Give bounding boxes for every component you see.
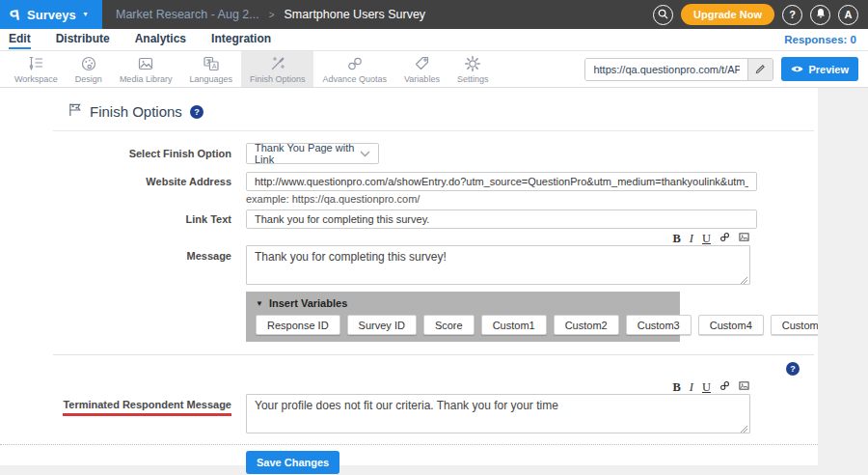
link-text-row: Link Text bbox=[0, 210, 818, 229]
finish-option-label: Select Finish Option bbox=[0, 148, 231, 159]
insert-variables-panel: ▼ Insert Variables Response ID Survey ID… bbox=[246, 292, 680, 342]
responses-count: Responses: 0 bbox=[784, 34, 868, 45]
breadcrumb-folder[interactable]: Market Research - Aug 2... bbox=[116, 8, 259, 21]
search-button[interactable] bbox=[653, 5, 673, 25]
finish-options-icon bbox=[268, 55, 287, 73]
upgrade-now-button[interactable]: Upgrade Now bbox=[681, 4, 774, 25]
preview-button[interactable]: Preview bbox=[781, 57, 858, 81]
message-rte-toolbar: B I U bbox=[246, 231, 750, 244]
finish-option-row: Select Finish Option Thank You Page with… bbox=[0, 143, 818, 164]
terminated-help-row: ? bbox=[0, 355, 818, 379]
breadcrumb-separator-icon: > bbox=[269, 10, 275, 20]
finish-flag-icon bbox=[68, 102, 82, 121]
variable-button-custom1[interactable]: Custom1 bbox=[481, 315, 547, 335]
save-changes-button[interactable]: Save Changes bbox=[246, 451, 339, 474]
finish-option-select[interactable]: Thank You Page with Link bbox=[246, 143, 379, 164]
svg-text:A: A bbox=[211, 63, 216, 70]
message-textarea[interactable]: Thank you for completing this survey! bbox=[246, 245, 750, 285]
subnav-tabs: Edit Distribute Analytics Integration bbox=[0, 31, 271, 49]
toolbar-item-settings[interactable]: Settings bbox=[448, 51, 498, 87]
toolbar-item-variables[interactable]: Variables bbox=[395, 51, 448, 87]
eye-icon bbox=[791, 64, 803, 75]
message-label: Message bbox=[0, 245, 231, 262]
terminated-message-textarea[interactable]: Your profile does not fit our criteria. … bbox=[246, 394, 750, 433]
image-icon bbox=[739, 232, 749, 245]
page-title-row: Finish Options ? bbox=[0, 88, 818, 130]
edit-link-button[interactable] bbox=[747, 59, 773, 80]
finish-options-help-icon[interactable]: ? bbox=[190, 105, 203, 119]
breadcrumb: Market Research - Aug 2... > Smartphone … bbox=[116, 8, 425, 21]
website-address-input[interactable] bbox=[246, 172, 757, 191]
underline-button[interactable]: U bbox=[701, 381, 712, 394]
avatar[interactable]: A bbox=[838, 5, 858, 25]
link-icon bbox=[719, 232, 730, 245]
pencil-icon bbox=[755, 61, 766, 78]
variable-button-survey-id[interactable]: Survey ID bbox=[347, 315, 417, 335]
notifications-button[interactable] bbox=[810, 5, 830, 25]
survey-link-input[interactable] bbox=[585, 59, 747, 80]
chevron-down-icon: ▾ bbox=[84, 11, 88, 18]
variable-button-custom2[interactable]: Custom2 bbox=[554, 315, 619, 335]
collapse-caret-icon: ▼ bbox=[256, 299, 263, 308]
link-icon bbox=[719, 380, 730, 394]
bold-button[interactable]: B bbox=[671, 233, 681, 245]
italic-button[interactable]: I bbox=[689, 233, 694, 245]
message-row: Message Thank you for completing this su… bbox=[0, 245, 818, 289]
link-button[interactable] bbox=[719, 232, 731, 245]
toolbar-item-workspace[interactable]: Workspace bbox=[6, 51, 67, 87]
variable-button-custom3[interactable]: Custom3 bbox=[626, 315, 692, 335]
insert-variables-buttons: Response ID Survey ID Score Custom1 Cust… bbox=[256, 315, 670, 335]
tab-distribute[interactable]: Distribute bbox=[56, 31, 110, 49]
settings-icon bbox=[463, 55, 482, 73]
main-content: Finish Options ? Select Finish Option Th… bbox=[0, 88, 868, 475]
page-title: Finish Options bbox=[90, 103, 182, 120]
bell-icon bbox=[815, 8, 827, 21]
survey-link-group bbox=[584, 58, 773, 81]
advance-quotas-icon bbox=[345, 55, 365, 73]
variable-button-score[interactable]: Score bbox=[423, 315, 475, 335]
terminated-help-icon[interactable]: ? bbox=[786, 362, 800, 376]
media-library-icon bbox=[136, 55, 155, 73]
chevron-down-icon bbox=[360, 148, 370, 159]
website-address-label: Website Address bbox=[0, 176, 231, 187]
variable-button-response-id[interactable]: Response ID bbox=[256, 315, 340, 335]
toolbar-item-languages[interactable]: A Languages bbox=[180, 51, 241, 87]
workspace-icon bbox=[26, 55, 45, 73]
finish-options-panel: Finish Options ? Select Finish Option Th… bbox=[0, 88, 818, 465]
variable-button-custom4[interactable]: Custom4 bbox=[698, 315, 764, 335]
terminated-message-row: Terminated Respondent Message Your profi… bbox=[0, 394, 818, 437]
finish-options-form: Select Finish Option Thank You Page with… bbox=[0, 131, 818, 474]
terminated-rte-toolbar: B I U bbox=[246, 379, 750, 393]
link-button[interactable] bbox=[719, 380, 731, 394]
variables-icon bbox=[412, 55, 431, 73]
toolbar-item-advance-quotas[interactable]: Advance Quotas bbox=[313, 51, 395, 87]
image-button[interactable] bbox=[738, 380, 750, 394]
toolbar-item-media-library[interactable]: Media Library bbox=[111, 51, 181, 87]
image-button[interactable] bbox=[738, 232, 750, 245]
product-name: Surveys bbox=[27, 8, 76, 22]
topbar-actions: Upgrade Now ? A bbox=[653, 4, 868, 25]
app-logo-product-switch[interactable]: P Surveys ▾ bbox=[0, 0, 102, 29]
terminated-message-label: Terminated Respondent Message bbox=[0, 394, 231, 416]
bold-button[interactable]: B bbox=[671, 381, 681, 394]
tab-integration[interactable]: Integration bbox=[211, 31, 271, 49]
image-icon bbox=[739, 380, 749, 394]
search-icon bbox=[658, 9, 668, 21]
toolbar-item-finish-options[interactable]: Finish Options bbox=[241, 51, 314, 87]
label-underline-highlight: Terminated Respondent Message bbox=[63, 399, 231, 416]
toolbar-item-design[interactable]: Design bbox=[67, 51, 111, 87]
link-text-input[interactable] bbox=[246, 210, 757, 229]
help-button[interactable]: ? bbox=[782, 5, 802, 25]
underline-button[interactable]: U bbox=[701, 233, 712, 245]
italic-button[interactable]: I bbox=[689, 381, 694, 394]
resize-handle[interactable] bbox=[740, 425, 748, 433]
tab-analytics[interactable]: Analytics bbox=[135, 31, 186, 49]
tab-edit[interactable]: Edit bbox=[9, 31, 31, 49]
question-mark-icon: ? bbox=[789, 9, 796, 20]
questionpro-logo-icon: P bbox=[9, 6, 20, 23]
terminated-textarea-wrap: Your profile does not fit our criteria. … bbox=[246, 394, 750, 437]
resize-handle[interactable] bbox=[740, 276, 748, 285]
insert-variables-toggle[interactable]: ▼ Insert Variables bbox=[256, 297, 670, 309]
website-address-row: Website Address bbox=[0, 172, 818, 191]
breadcrumb-survey-name: Smartphone Users Survey bbox=[285, 8, 426, 21]
